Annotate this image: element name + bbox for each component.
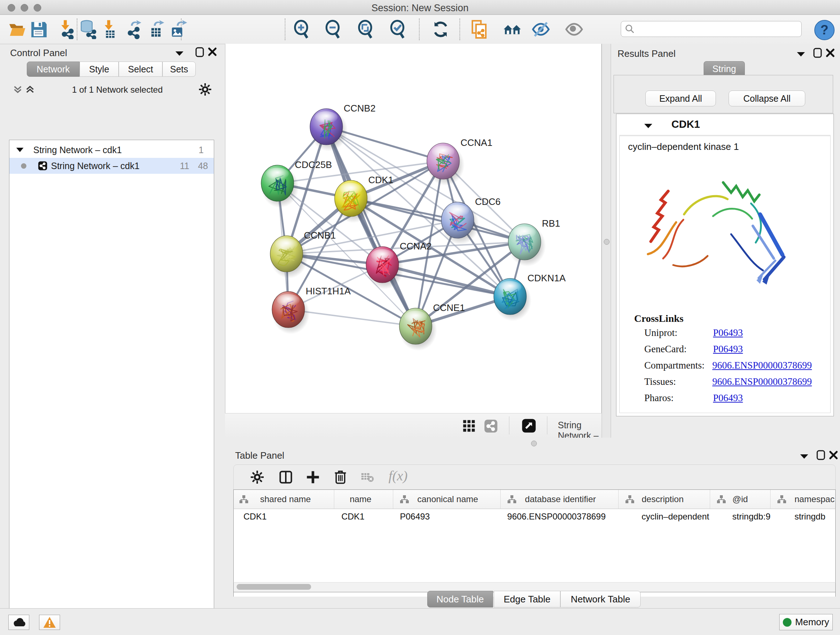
network-node-hist1h1a[interactable]	[272, 291, 309, 334]
panel-menu-icon[interactable]	[799, 453, 809, 460]
column-header-namespace[interactable]: namespac	[771, 490, 835, 509]
help-button[interactable]: ?	[814, 20, 835, 40]
share-view-icon[interactable]	[484, 419, 498, 433]
collapse-all-button[interactable]: Collapse All	[729, 90, 805, 106]
float-panel-icon[interactable]	[816, 450, 826, 461]
zoom-fit-button[interactable]	[355, 19, 376, 40]
cell-canonical-name: P06493	[393, 511, 501, 522]
network-graph[interactable]: CCNB2CCNA1CDC25BCDK1CDC6RB1CCNB1CCNA2CDK…	[225, 44, 602, 413]
zoom-out-button[interactable]	[323, 19, 343, 40]
node-count: 11	[180, 161, 189, 171]
table-row[interactable]: CDK1 CDK1 P06493 9606.ENSP00000378699 cy…	[234, 509, 835, 524]
expand-all-icon[interactable]	[25, 84, 35, 95]
tab-select[interactable]: Select	[118, 62, 163, 77]
show-column-icon[interactable]	[279, 470, 293, 484]
network-node-ccna2[interactable]	[366, 247, 404, 289]
cell-namespace: stringdb	[771, 511, 835, 522]
section-collapse-icon[interactable]	[644, 123, 653, 129]
network-node-cdc6[interactable]	[441, 202, 479, 245]
network-overview-button[interactable]	[502, 19, 523, 40]
network-label: String Network – cdk1	[51, 161, 140, 171]
column-header-canonical-name[interactable]: canonical name	[393, 490, 501, 509]
close-panel-icon[interactable]	[829, 450, 838, 460]
hide-graphics-details-button[interactable]	[531, 19, 551, 40]
add-column-plus-icon[interactable]	[306, 470, 320, 484]
export-table-button[interactable]	[146, 19, 166, 40]
zoom-selected-button[interactable]	[388, 19, 408, 40]
network-node-cdk1[interactable]	[335, 180, 372, 223]
tab-network-table[interactable]: Network Table	[561, 591, 641, 608]
network-row-selected[interactable]: String Network – cdk1 11 48	[9, 158, 214, 174]
delete-column-trash-icon[interactable]	[333, 470, 347, 484]
crosslink-tissues-link[interactable]: 9606.ENSP00000378699	[712, 376, 812, 387]
vertical-splitter[interactable]	[602, 44, 611, 449]
close-panel-icon[interactable]	[826, 48, 835, 57]
column-header-shared-name[interactable]: shared name	[234, 490, 334, 509]
protein-section: CDK1 cyclin–dependent kinase 1	[616, 114, 834, 416]
network-node-cdkn1a[interactable]	[494, 279, 531, 321]
panel-menu-icon[interactable]	[175, 50, 184, 57]
import-network-file-button[interactable]	[56, 19, 76, 40]
column-type-icon	[777, 495, 786, 504]
table-toolbar: f(x)	[233, 464, 836, 490]
birds-eye-grid-icon[interactable]	[462, 419, 476, 433]
crosslink-compartments-link[interactable]: 9606.ENSP00000378699	[712, 360, 812, 371]
crosslink-genecard-link[interactable]: P06493	[713, 344, 743, 355]
column-type-icon	[239, 495, 248, 504]
column-header-database-identifier[interactable]: database identifier	[501, 490, 619, 509]
node-label-cdc6: CDC6	[475, 196, 501, 207]
search-input[interactable]	[635, 24, 792, 35]
column-type-icon	[717, 495, 726, 504]
export-network-button[interactable]	[125, 19, 145, 40]
column-header-name[interactable]: name	[334, 490, 393, 509]
network-node-rb1[interactable]	[508, 224, 546, 266]
tab-style[interactable]: Style	[80, 62, 118, 77]
float-panel-icon[interactable]	[195, 47, 205, 57]
network-node-ccna1[interactable]	[427, 143, 464, 186]
show-graphics-details-button[interactable]	[564, 19, 584, 40]
tab-node-table[interactable]: Node Table	[427, 591, 493, 608]
save-session-icon	[30, 20, 48, 38]
crosslink-uniprot-link[interactable]: P06493	[713, 327, 743, 339]
open-session-button[interactable]	[7, 19, 27, 40]
table-settings-gear-icon[interactable]	[250, 470, 264, 484]
tab-network[interactable]: Network	[27, 62, 80, 77]
expand-all-button[interactable]: Expand All	[645, 90, 716, 106]
network-collection-row[interactable]: String Network – cdk1 1	[9, 142, 214, 158]
panel-menu-icon[interactable]	[796, 51, 806, 57]
table-panel-title: Table Panel	[235, 450, 284, 461]
open-in-window-icon[interactable]	[522, 418, 536, 433]
tab-sets[interactable]: Sets	[163, 62, 196, 77]
zoom-in-button[interactable]	[292, 19, 312, 40]
tree-expand-icon[interactable]	[16, 147, 24, 153]
import-network-database-button[interactable]	[78, 19, 98, 40]
warning-status-button[interactable]	[39, 615, 60, 630]
network-node-ccnb2[interactable]	[310, 109, 347, 151]
tab-edge-table[interactable]: Edge Table	[494, 591, 561, 608]
vertical-splitter-handle[interactable]	[604, 239, 609, 245]
cloud-status-button[interactable]	[8, 615, 29, 630]
network-snapshot-button[interactable]	[470, 19, 490, 40]
scrollbar-thumb[interactable]	[237, 584, 311, 590]
float-panel-icon[interactable]	[813, 48, 823, 58]
collapse-all-icon[interactable]	[13, 84, 22, 95]
collection-count: 1	[199, 145, 204, 155]
network-node-cdc25b[interactable]	[261, 165, 299, 208]
zoom-out-icon	[324, 19, 343, 39]
protein-name: CDK1	[671, 119, 700, 130]
column-header-description[interactable]: description	[619, 490, 711, 509]
network-selection-status: 1 of 1 Network selected	[72, 85, 163, 95]
import-table-icon	[100, 19, 119, 39]
column-header-id[interactable]: @id	[710, 490, 771, 509]
tab-string[interactable]: String	[704, 61, 745, 76]
crosslink-pharos-link[interactable]: P06493	[713, 393, 743, 404]
export-image-button[interactable]	[168, 19, 188, 40]
import-table-button[interactable]	[99, 19, 120, 40]
refresh-view-button[interactable]	[431, 19, 451, 40]
gear-icon[interactable]	[199, 83, 212, 96]
close-panel-icon[interactable]	[208, 47, 217, 57]
memory-button[interactable]: Memory	[779, 614, 833, 630]
horizontal-splitter-handle[interactable]	[531, 440, 537, 447]
save-session-button[interactable]	[28, 19, 49, 40]
results-panel: Results Panel String Expand All Collapse…	[611, 44, 840, 449]
